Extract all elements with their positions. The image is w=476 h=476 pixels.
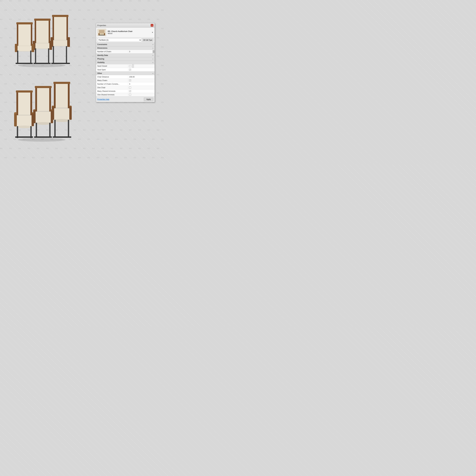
identity-data-section-header[interactable]: Identity Data » [96,53,154,57]
svg-rect-55 [36,123,37,137]
properties-panel: Properties × RD_Church Auditorium Chair … [96,23,155,102]
seat-open-value[interactable] [128,68,132,71]
number-of-chairs-value[interactable]: 3 [128,50,153,53]
svg-rect-45 [36,87,50,111]
item-name: RD_Church Auditorium Chair Wood [108,30,133,34]
svg-point-41 [69,106,72,107]
many-chairs-value[interactable] [128,79,132,82]
header-dropdown-arrow[interactable]: ▼ [152,31,153,34]
seat-open-checkbox[interactable] [129,69,131,71]
seat-closed-value[interactable] [128,65,132,68]
close-button[interactable]: × [151,24,153,27]
identity-data-label: Identity Data [97,54,108,56]
seat-closed-row: Seat Closed [96,64,154,68]
svg-rect-7 [67,37,70,47]
svg-rect-22 [17,23,18,47]
chair-area [6,9,86,143]
chair-distance-value[interactable]: 158.00 [128,75,154,78]
svg-rect-56 [49,123,51,137]
svg-rect-58 [17,92,31,115]
num-chairs-constra-value[interactable]: 3 [128,83,154,85]
svg-rect-9 [66,46,67,64]
one-chair-value[interactable] [128,86,132,89]
number-of-chairs-label: Number of Chairs [96,50,128,53]
svg-rect-27 [32,44,34,52]
svg-rect-64 [14,113,17,126]
svg-rect-19 [48,48,49,64]
chair-bottom-view [9,80,77,143]
svg-rect-33 [54,83,56,109]
svg-rect-23 [31,23,32,47]
many-shared-armrests-row: Many Shared Armrests [96,89,154,93]
other-section-header[interactable]: Other « [96,71,154,75]
svg-rect-60 [30,91,32,116]
one-shared-armrests-row: One Shared Armrests [96,93,154,97]
category-row: Furniture (1) ⊞ Edit Type [96,37,154,43]
other-chevron: « [153,72,153,74]
properties-help-link[interactable]: Properties help [97,98,109,101]
svg-rect-48 [35,86,52,88]
one-shared-armrests-checkbox[interactable] [129,94,131,96]
svg-rect-17 [49,41,52,50]
svg-point-50 [35,122,52,125]
svg-rect-66 [32,113,34,126]
svg-point-31 [18,138,66,142]
svg-rect-4 [52,15,68,17]
apply-button[interactable]: Apply [144,98,153,101]
svg-rect-10 [51,63,70,64]
svg-rect-15 [35,43,50,49]
visibility-label: Visibility [97,61,104,64]
svg-rect-59 [16,91,18,116]
svg-rect-13 [49,19,50,44]
category-select[interactable]: Furniture (1) [97,38,141,42]
constraints-label: Constraints [97,43,107,46]
dimensions-section-header[interactable]: Dimensions « [96,46,154,50]
many-chairs-checkbox[interactable] [129,79,131,81]
svg-rect-52 [51,110,53,123]
seat-closed-label: Seat Closed [96,65,128,68]
phasing-section-header[interactable]: Phasing » [96,57,154,61]
svg-rect-18 [35,48,36,64]
svg-rect-32 [55,83,68,108]
svg-rect-42 [54,120,56,137]
other-label: Other [97,72,102,74]
svg-rect-69 [30,126,32,138]
panel-footer: Properties help Apply [96,97,154,102]
chair-top-view [9,12,77,68]
edit-type-icon: ⊞ [143,39,145,41]
svg-rect-5 [52,40,68,46]
svg-rect-2 [52,16,54,41]
svg-rect-46 [35,87,37,112]
many-chairs-label: Many Chairs [96,79,128,82]
constraints-section-header[interactable]: Constraints » [96,43,154,46]
one-chair-checkbox[interactable] [129,86,131,88]
svg-rect-57 [34,136,52,138]
svg-rect-35 [53,82,70,84]
visibility-section-header[interactable]: Visibility « [96,61,154,64]
svg-rect-70 [15,136,33,138]
svg-rect-47 [49,87,51,112]
scrollbar-handle[interactable] [153,51,154,53]
svg-point-53 [33,109,35,111]
number-of-chairs-row: Number of Chairs 3 [96,50,154,53]
svg-rect-71 [99,30,104,33]
svg-rect-21 [18,24,31,46]
many-shared-armrests-label: Many Shared Armrests [96,90,128,93]
panel-title: Properties [97,24,106,26]
one-shared-armrests-value[interactable] [128,93,132,96]
svg-rect-1 [53,16,67,40]
svg-rect-3 [67,16,68,41]
svg-rect-12 [35,19,36,44]
edit-type-button[interactable]: ⊞ Edit Type [142,38,153,42]
item-thumbnail [97,29,106,36]
constraints-chevron: » [153,44,153,45]
phasing-chevron: » [153,58,153,60]
seat-closed-checkbox[interactable] [129,65,131,67]
chair-distance-row: Chair Distance 158.00 [96,75,154,79]
many-shared-armrests-checkbox[interactable] [129,90,131,92]
svg-rect-61 [16,90,33,93]
svg-point-54 [51,109,53,111]
svg-point-40 [52,106,54,107]
svg-rect-20 [34,63,51,64]
many-shared-armrests-value[interactable] [128,90,132,93]
